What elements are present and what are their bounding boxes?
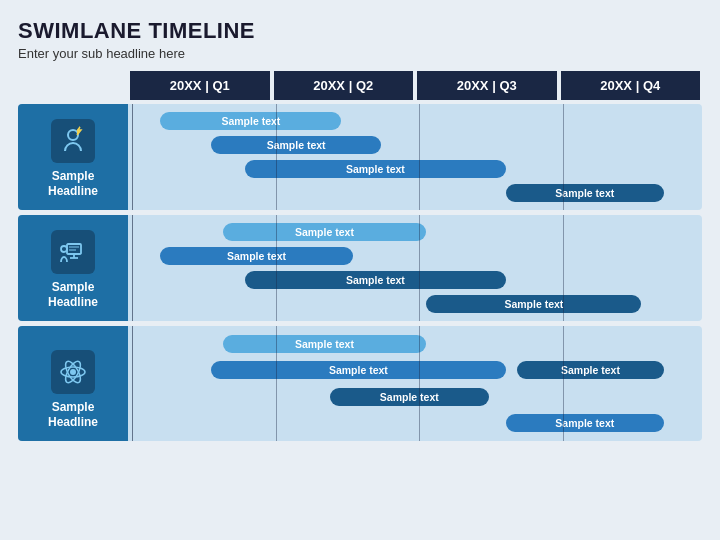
- bar-row: Sample text: [132, 294, 698, 314]
- lane-icon-3: [51, 350, 95, 394]
- svg-rect-1: [67, 244, 81, 254]
- bar: Sample text: [211, 361, 505, 379]
- swimlane-2: SampleHeadline Sample text Sample text: [18, 215, 702, 321]
- lane-label-3: SampleHeadline: [18, 326, 128, 441]
- bar-row: Sample text: [132, 222, 698, 242]
- quarter-header-q2: 20XX | Q2: [274, 71, 414, 100]
- bar: Sample text: [506, 184, 664, 202]
- lane-icon-1: [51, 119, 95, 163]
- lane-bars-2: Sample text Sample text Sample text Samp…: [128, 215, 702, 321]
- lane-title-1: SampleHeadline: [48, 169, 98, 200]
- bar: Sample text: [506, 414, 664, 432]
- bar-row: Sample text: [132, 246, 698, 266]
- main-title: SWIMLANE TIMELINE: [18, 18, 702, 44]
- timeline-container: SWIMLANE TIMELINE Enter your sub headlin…: [18, 18, 702, 441]
- bar: Sample text: [223, 223, 427, 241]
- bar: Sample text: [426, 295, 641, 313]
- bar: Sample text: [245, 271, 505, 289]
- svg-point-4: [61, 246, 67, 252]
- lane-title-3: SampleHeadline: [48, 400, 98, 431]
- svg-point-0: [68, 130, 78, 140]
- bar-row: Sample text: [132, 135, 698, 155]
- bar: Sample text: [330, 388, 488, 406]
- bar: Sample text: [245, 160, 505, 178]
- lane-title-2: SampleHeadline: [48, 280, 98, 311]
- bar: Sample text: [517, 361, 664, 379]
- quarter-header-q3: 20XX | Q3: [417, 71, 557, 100]
- bar-row: Sample text: [132, 334, 698, 354]
- lane-bars-3: Sample text Sample text Sample text Samp…: [128, 326, 702, 441]
- bar: Sample text: [223, 335, 427, 353]
- quarter-header-q4: 20XX | Q4: [561, 71, 701, 100]
- bar-row: Sample text: [132, 159, 698, 179]
- bar-row: Sample text: [132, 111, 698, 131]
- bar: Sample text: [160, 247, 352, 265]
- bar-row: Sample text Sample text: [132, 360, 698, 380]
- header-row: 20XX | Q1 20XX | Q2 20XX | Q3 20XX | Q4: [128, 71, 702, 100]
- bar: Sample text: [160, 112, 341, 130]
- swimlane-3: SampleHeadline Sample text Sample text S…: [18, 326, 702, 441]
- lane-icon-2: [51, 230, 95, 274]
- quarter-header-q1: 20XX | Q1: [130, 71, 270, 100]
- bar-row: Sample text: [132, 183, 698, 203]
- bar: Sample text: [211, 136, 381, 154]
- lane-bars-1: Sample text Sample text Sample text Samp…: [128, 104, 702, 210]
- lane-label-1: SampleHeadline: [18, 104, 128, 210]
- bar-row: Sample text: [132, 387, 698, 407]
- svg-point-7: [70, 369, 76, 375]
- lane-label-2: SampleHeadline: [18, 215, 128, 321]
- bar-row: Sample text: [132, 270, 698, 290]
- bar-row: Sample text: [132, 413, 698, 433]
- sub-headline: Enter your sub headline here: [18, 46, 702, 61]
- swimlane-1: SampleHeadline Sample text Sample text: [18, 104, 702, 210]
